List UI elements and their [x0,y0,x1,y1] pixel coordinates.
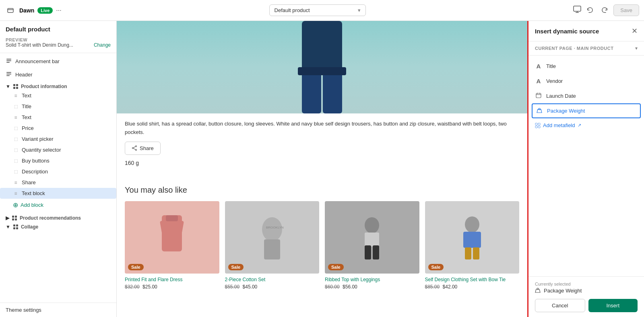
sidebar-add-block[interactable]: ⊕ Add block [0,199,116,211]
undo-button[interactable] [584,5,596,16]
add-metafield-label: Add metafield [543,122,575,128]
you-may-like-title: You may also like [125,185,519,195]
new-price-2: $45.00 [243,284,258,290]
live-badge: Live [37,7,53,14]
sale-badge-2: Sale [228,264,244,270]
panel-item-vendor[interactable]: A Vendor [528,74,644,89]
panel-dropdown-label: CURRENT PAGE · MAIN PRODUCT [535,46,613,51]
product-image-placeholder [117,21,527,113]
svg-rect-40 [365,233,379,247]
text-icon-2: ≡ [13,115,19,120]
device-button[interactable] [573,6,581,15]
sidebar-scroll: Announcement bar Header ▼ Product inform… [0,55,116,303]
sidebar-section-product-rec[interactable]: ▶ Product recommendations [0,213,116,222]
list-item[interactable]: Sale Self Design Clothing Set with Bow T… [425,201,520,290]
panel-item-launch-date[interactable]: Launch Date [528,89,644,103]
collage-label: Collage [21,224,38,230]
old-price-2: $55.00 [225,284,240,290]
add-block-label: Add block [21,202,43,208]
svg-rect-23 [302,21,342,73]
sidebar-item-buy-buttons[interactable]: ⬚ Buy buttons [0,155,116,166]
new-price-4: $42.00 [443,284,458,290]
product-thumb-2: BROOKLYN Sale [225,201,320,274]
text-2-label: Text [22,114,31,120]
sidebar-item-quantity-selector[interactable]: ⬚ Quantity selector [0,144,116,155]
product-selector[interactable]: Default product ▾ [269,4,366,16]
price-label: Price [22,125,34,131]
sidebar-item-share[interactable]: ≡ Share [0,177,116,188]
svg-rect-10 [6,75,10,76]
svg-point-39 [365,217,379,233]
sidebar-theme-settings[interactable]: Theme settings [0,303,116,317]
close-button[interactable]: ✕ [632,27,638,35]
product-selector-value: Default product [275,7,310,13]
svg-rect-58 [537,288,539,290]
svg-rect-19 [13,224,15,226]
panel-item-package-weight[interactable]: Package Weight [532,103,641,118]
text-block-icon: ≡ [13,191,19,196]
chevron-down-icon-panel: ▾ [635,45,638,51]
description-label: Description [22,169,48,175]
redo-button[interactable] [599,5,610,16]
sidebar-item-price[interactable]: ⬚ Price [0,123,116,134]
insert-button[interactable]: Insert [588,299,638,312]
panel-item-title-label: Title [546,63,556,69]
svg-rect-12 [16,84,18,86]
svg-rect-33 [166,215,178,221]
new-price-1: $25.00 [142,284,157,290]
product-name-2: 2-Piece Cotton Set [225,277,320,282]
sidebar-item-title[interactable]: ⬚ Title [0,101,116,112]
svg-point-36 [262,217,282,241]
svg-rect-16 [15,216,17,218]
preview-text: Solid T-shirt with Denim Dung... [6,42,73,48]
product-price-2: $55.00 $45.00 [225,284,320,290]
sidebar-item-header[interactable]: Header [0,68,116,81]
product-name-1: Printed Fit and Flare Dress [125,277,219,282]
svg-rect-13 [13,87,15,89]
product-rec-icon [12,215,17,221]
sidebar-item-text-block[interactable]: ≡ Text block [0,188,116,199]
sidebar-item-text-2[interactable]: ≡ Text [0,112,116,123]
svg-rect-24 [302,69,321,113]
share-button[interactable]: Share [125,142,161,155]
sidebar-section-collage[interactable]: ▼ Collage [0,222,116,231]
svg-rect-42 [373,245,379,259]
product-image-section [117,21,527,113]
sidebar-item-variant-picker[interactable]: ⬚ Variant picker [0,134,116,144]
panel-header: Insert dynamic source ✕ [528,21,644,41]
add-block-icon: ⊕ [13,201,18,209]
list-item[interactable]: Sale Ribbed Top with Leggings $60.00 $56… [325,201,419,290]
change-link[interactable]: Change [94,42,111,48]
more-button[interactable]: ··· [56,7,61,14]
back-button[interactable] [5,5,16,16]
cancel-button[interactable]: Cancel [535,299,585,312]
product-image-1 [125,201,219,274]
svg-point-43 [465,216,479,233]
add-metafield-button[interactable]: Add metafield ↗ [528,118,644,132]
sidebar-item-text-1[interactable]: ≡ Text [0,90,116,101]
sidebar-item-announcement-bar[interactable]: Announcement bar [0,55,116,68]
canvas-inner: Blue solid shirt, has a spread collar, b… [117,21,527,317]
product-thumb-4: Sale [425,201,520,274]
new-price-3: $56.00 [343,284,357,290]
sidebar-title: Default product [6,26,111,33]
product-image-svg [282,21,362,113]
save-button[interactable]: Save [613,4,639,16]
sidebar-section-product-info[interactable]: ▼ Product information [0,81,116,90]
variant-picker-label: Variant picker [22,136,54,142]
panel-item-vendor-label: Vendor [546,78,563,84]
topbar-left: Dawn Live ··· [5,5,62,16]
svg-rect-56 [535,126,537,128]
product-info-label: Product information [21,84,67,89]
panel-item-title[interactable]: A Title [528,59,644,74]
preview-section: PREVIEW Solid T-shirt with Denim Dung...… [0,36,116,51]
sale-badge-1: Sale [128,264,144,270]
share-icon: ≡ [13,180,19,185]
list-item[interactable]: Sale Printed Fit and Flare Dress $32.00 … [125,201,219,290]
svg-rect-8 [6,72,11,73]
currently-selected-label: Currently selected [535,282,638,286]
list-item[interactable]: BROOKLYN Sale 2-Piece Cotton Set $55.00 … [225,201,320,290]
panel-dropdown[interactable]: CURRENT PAGE · MAIN PRODUCT ▾ [528,41,644,56]
sidebar-item-description[interactable]: ⬚ Description [0,166,116,177]
sale-badge-3: Sale [328,264,344,270]
